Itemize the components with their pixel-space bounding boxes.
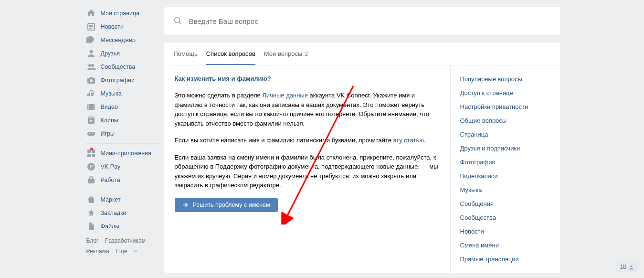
tab-0[interactable]: Помощь <box>174 43 198 65</box>
svg-point-4 <box>89 50 93 53</box>
article: Как изменить имя и фамилию? Это можно сд… <box>164 65 451 273</box>
svg-rect-28 <box>88 179 95 183</box>
category-link-5[interactable]: Друзья и подписчики <box>451 141 560 155</box>
category-link-2[interactable]: Настройки приватности <box>451 100 560 114</box>
sidebar-item-label: Друзья <box>101 50 120 57</box>
svg-rect-24 <box>87 154 91 157</box>
footer-link-ads[interactable]: Реклама <box>86 248 109 255</box>
svg-rect-25 <box>92 154 95 157</box>
category-link-12[interactable]: Смена имени <box>451 238 560 252</box>
category-link-13[interactable]: Прямые трансляции <box>451 252 560 266</box>
sidebar-item-work[interactable]: Работа <box>84 173 160 187</box>
svg-text:₽: ₽ <box>90 164 93 170</box>
sidebar-item-label: Маркет <box>101 196 121 203</box>
msg-icon <box>86 35 96 45</box>
sidebar-item-label: Закладки <box>101 210 127 216</box>
news-icon <box>86 22 96 32</box>
video-icon <box>86 102 96 112</box>
link-this-article[interactable]: эту статью <box>393 137 424 144</box>
solve-name-problem-button[interactable]: Решить проблему с именем <box>175 198 278 212</box>
sidebar-item-mini[interactable]: Мини-приложения <box>84 147 160 160</box>
sidebar-item-news[interactable]: Новости <box>84 20 160 33</box>
svg-point-29 <box>174 18 179 23</box>
tab-2[interactable]: Мои вопросы 2 <box>264 43 308 65</box>
main-content: ПомощьСписок вопросовМои вопросы 2 Как и… <box>164 7 561 273</box>
sidebar-item-market[interactable]: Маркет <box>84 193 160 206</box>
footer-link-more[interactable]: Ещё <box>116 246 137 257</box>
sidebar-item-music[interactable]: Музыка <box>84 87 160 100</box>
sidebar-item-label: Сообщества <box>101 64 136 70</box>
category-link-0[interactable]: Популярные вопросы <box>451 72 560 86</box>
sidebar-item-bookmark[interactable]: Закладки <box>84 206 160 220</box>
svg-rect-16 <box>94 108 95 109</box>
footer-link-blog[interactable]: Блог <box>86 237 99 244</box>
link-personal-data[interactable]: Личные данные <box>262 92 308 99</box>
sidebar-item-home[interactable]: Моя страница <box>84 7 160 20</box>
search-input[interactable] <box>189 17 551 25</box>
footer-link-dev[interactable]: Разработчикам <box>105 237 146 244</box>
sidebar-item-vkpay[interactable]: ₽VK Pay <box>84 160 160 173</box>
svg-rect-11 <box>88 105 89 106</box>
work-icon <box>86 175 96 185</box>
groups-icon <box>86 62 96 72</box>
sidebar-item-files[interactable]: Файлы <box>84 220 160 233</box>
sidebar-item-label: Работа <box>101 177 120 183</box>
sidebar-item-label: Клипы <box>101 117 118 124</box>
category-link-1[interactable]: Доступ к странице <box>451 86 560 100</box>
svg-point-8 <box>90 79 93 82</box>
svg-rect-9 <box>90 77 93 78</box>
notification-badge[interactable]: 10 <box>616 262 638 272</box>
svg-point-32 <box>630 265 632 267</box>
sidebar-item-label: Музыка <box>101 90 122 97</box>
svg-rect-12 <box>88 107 89 107</box>
sidebar-item-video[interactable]: Видео <box>84 100 160 114</box>
tab-count: 2 <box>305 50 308 57</box>
article-paragraph-3: Если ваша заявка на смену имени и фамили… <box>175 153 440 190</box>
svg-rect-15 <box>94 107 95 107</box>
category-link-8[interactable]: Музыка <box>451 183 560 197</box>
tab-1[interactable]: Список вопросов <box>206 43 255 65</box>
chevron-down-icon <box>134 249 137 253</box>
categories-aside: Популярные вопросыДоступ к страницеНастр… <box>451 65 560 273</box>
files-icon <box>86 222 96 231</box>
arrow-right-icon <box>182 202 189 208</box>
sidebar-item-label: Мессенджер <box>101 37 136 43</box>
search-box[interactable] <box>164 7 561 35</box>
category-link-9[interactable]: Сообщения <box>451 197 560 211</box>
person-icon <box>629 265 634 270</box>
tabs: ПомощьСписок вопросовМои вопросы 2 <box>164 43 560 65</box>
sidebar-item-label: Видео <box>101 104 118 110</box>
svg-line-30 <box>179 22 181 25</box>
category-link-3[interactable]: Общие вопросы <box>451 114 560 128</box>
sidebar-item-friends[interactable]: Друзья <box>84 47 160 60</box>
home-icon <box>86 9 96 18</box>
category-link-6[interactable]: Фотографии <box>451 155 560 169</box>
sidebar-item-label: VK Pay <box>101 163 121 170</box>
sidebar-item-msg[interactable]: Мессенджер <box>84 33 160 47</box>
svg-point-6 <box>91 64 94 67</box>
sidebar-item-label: Мини-приложения <box>101 150 151 157</box>
bookmark-icon <box>86 208 96 218</box>
sidebar-item-games[interactable]: Игры <box>84 127 160 140</box>
sidebar-item-photo[interactable]: Фотографии <box>84 74 160 87</box>
notification-dot <box>90 148 93 150</box>
market-icon <box>86 195 96 204</box>
sidebar-item-label: Новости <box>101 23 124 30</box>
sidebar-item-label: Файлы <box>101 223 120 230</box>
photo-icon <box>86 75 96 85</box>
sidebar-item-label: Моя страница <box>101 10 140 17</box>
svg-rect-14 <box>94 105 95 106</box>
article-paragraph-2: Если вы хотите написать имя и фамилию ла… <box>175 136 440 145</box>
category-link-11[interactable]: Новости <box>451 225 560 238</box>
games-icon <box>86 129 96 139</box>
article-paragraph-1: Это можно сделать в разделе Личные данны… <box>175 91 440 128</box>
category-link-7[interactable]: Видеозаписи <box>451 169 560 183</box>
category-link-10[interactable]: Сообщества <box>451 211 560 225</box>
sidebar-item-clips[interactable]: Клипы <box>84 114 160 127</box>
article-title: Как изменить имя и фамилию? <box>175 75 440 82</box>
category-link-4[interactable]: Страница <box>451 128 560 141</box>
sidebar-item-groups[interactable]: Сообщества <box>84 60 160 74</box>
sidebar-item-label: Игры <box>101 130 115 137</box>
footer-links: Блог Разработчикам Реклама Ещё <box>84 233 160 259</box>
svg-point-19 <box>92 133 93 134</box>
